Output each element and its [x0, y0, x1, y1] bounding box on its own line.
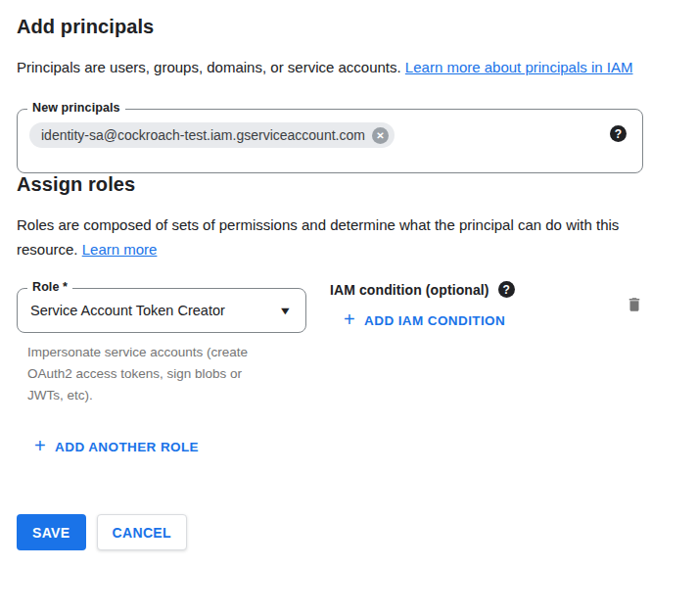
- iam-condition-column: IAM condition (optional) ? + ADD IAM CON…: [330, 280, 515, 331]
- role-select-value: Service Account Token Creator: [30, 303, 225, 318]
- principals-description-text: Principals are users, groups, domains, o…: [17, 59, 401, 75]
- role-column: Role * Service Account Token Creator ▼ I…: [17, 280, 306, 406]
- role-select[interactable]: Role * Service Account Token Creator ▼: [17, 288, 306, 333]
- add-iam-condition-button[interactable]: + ADD IAM CONDITION: [344, 310, 505, 330]
- principal-chip-text: identity-sa@cockroach-test.iam.gservicea…: [41, 127, 365, 143]
- principal-chip: identity-sa@cockroach-test.iam.gservicea…: [29, 122, 395, 148]
- role-select-label: Role *: [27, 280, 72, 294]
- principals-description: Principals are users, groups, domains, o…: [17, 55, 667, 79]
- new-principals-label: New principals: [27, 101, 125, 115]
- role-helper-text: Impersonate service accounts (create OAu…: [27, 342, 278, 406]
- chevron-down-icon: ▼: [278, 305, 292, 316]
- plus-icon: +: [344, 309, 355, 329]
- cancel-button[interactable]: CANCEL: [97, 514, 187, 550]
- assign-roles-title: Assign roles: [17, 173, 681, 196]
- iam-condition-help-icon[interactable]: ?: [498, 281, 515, 298]
- add-iam-condition-label: ADD IAM CONDITION: [364, 313, 505, 328]
- delete-role-button[interactable]: [626, 295, 643, 317]
- role-row: Role * Service Account Token Creator ▼ I…: [17, 280, 681, 406]
- chip-remove-icon[interactable]: ✕: [372, 127, 389, 144]
- save-button[interactable]: SAVE: [17, 514, 86, 550]
- delete-role-column: [626, 280, 643, 318]
- plus-icon: +: [34, 436, 46, 455]
- dialog-actions: SAVE CANCEL: [17, 514, 681, 550]
- page-title: Add principals: [17, 16, 681, 38]
- new-principals-field[interactable]: New principals identity-sa@cockroach-tes…: [17, 109, 643, 173]
- iam-condition-header: IAM condition (optional) ?: [330, 281, 515, 298]
- learn-more-roles-link[interactable]: Learn more: [82, 241, 158, 258]
- iam-condition-label: IAM condition (optional): [330, 282, 489, 298]
- roles-description: Roles are composed of sets of permission…: [17, 213, 667, 261]
- learn-more-principals-link[interactable]: Learn more about principals in IAM: [405, 59, 633, 75]
- add-principals-panel: Add principals Principals are users, gro…: [0, 0, 698, 550]
- principals-help-icon[interactable]: ?: [610, 125, 627, 142]
- delete-icon: [626, 295, 643, 314]
- add-another-role-button[interactable]: + ADD ANOTHER ROLE: [34, 437, 199, 456]
- add-another-role-label: ADD ANOTHER ROLE: [55, 440, 199, 454]
